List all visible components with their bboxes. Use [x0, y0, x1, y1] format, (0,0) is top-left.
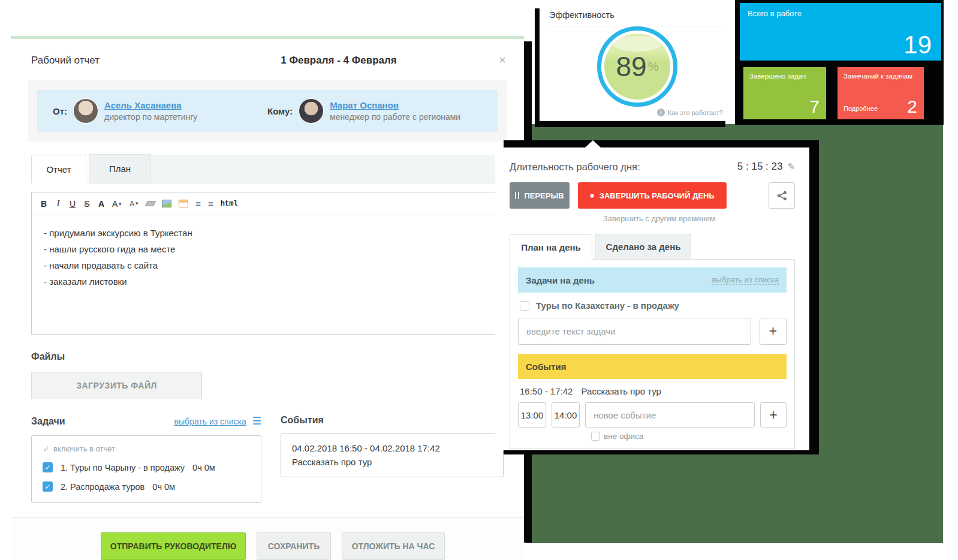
out-of-office-checkbox[interactable]: [591, 432, 600, 441]
edit-time-icon[interactable]: ✎: [787, 161, 795, 172]
efficiency-percent-sign: %: [648, 60, 659, 74]
event-start-time-input[interactable]: [518, 402, 546, 427]
task-time: 0ч 0м: [152, 482, 175, 492]
sender-avatar[interactable]: [73, 98, 98, 124]
day-tasks-heading: Задачи на день: [526, 275, 595, 285]
task-label: 1. Туры по Чарыну - в продажу: [61, 463, 185, 472]
events-heading: События: [281, 415, 504, 426]
new-event-input[interactable]: [585, 402, 755, 427]
insert-image-icon[interactable]: [162, 200, 171, 207]
include-in-report-label: включить в отчет: [53, 444, 115, 453]
postpone-hour-button[interactable]: ОТЛОЖИТЬ НА ЧАС: [342, 532, 445, 560]
efficiency-title: Эффективность: [549, 10, 721, 26]
efficiency-card: Эффективность 89 % i Как это работает?: [540, 2, 730, 121]
font-family-icon[interactable]: A: [98, 199, 105, 209]
tab-plan[interactable]: План: [89, 154, 151, 183]
finish-workday-button[interactable]: ■ ЗАВЕРШИТЬ РАБОЧИЙ ДЕНЬ: [578, 182, 727, 209]
from-to-block: От: Асель Хасанаева директор по мартетин…: [28, 80, 507, 141]
tabs-filler: [151, 155, 504, 183]
tile-label: Завершено задач: [743, 67, 826, 80]
recipient-name-link[interactable]: Марат Оспанов: [330, 100, 460, 110]
day-tasks-choose-link[interactable]: выбрать из списка: [712, 275, 779, 285]
sender-name-link[interactable]: Асель Хасанаева: [104, 100, 197, 110]
include-arrow-icon: ↲: [43, 444, 49, 453]
tile-task-remarks[interactable]: Замечаний к задачам Подробнее 2: [838, 67, 924, 119]
day-plan-box: Задачи на день выбрать из списка Туры по…: [510, 259, 795, 449]
event-datetime: 04.02.2018 16:50 - 04.02.2018 17:42: [292, 441, 492, 455]
efficiency-gauge: 89 %: [597, 26, 677, 107]
report-date-range: 1 Февраля - 4 Февраля: [187, 55, 490, 67]
from-label: От:: [53, 106, 67, 116]
report-title: Рабочий отчет: [31, 55, 187, 67]
close-icon[interactable]: ×: [490, 53, 506, 67]
html-mode-button[interactable]: html: [221, 200, 238, 208]
menu-icon[interactable]: ☰: [252, 415, 261, 427]
recipient-block: Кому: Марат Оспанов менеджер по работе с…: [267, 98, 482, 124]
new-task-input[interactable]: [518, 318, 751, 345]
sender-block: От: Асель Хасанаева директор по мартетин…: [53, 98, 267, 124]
font-size-icon[interactable]: A▼: [112, 199, 122, 209]
tile-label: Замечаний к задачам: [838, 67, 924, 80]
duration-label: Длительность рабочего дня:: [510, 161, 737, 173]
work-report-modal: Рабочий отчет 1 Февраля - 4 Февраля × От…: [11, 36, 524, 537]
italic-icon[interactable]: I: [55, 199, 62, 209]
upload-file-button[interactable]: ЗАГРУЗИТЬ ФАЙЛ: [31, 372, 202, 399]
events-section: События 04.02.2018 16:50 - 04.02.2018 17…: [281, 415, 504, 503]
bullet-list-icon[interactable]: ≡: [208, 198, 213, 209]
event-item[interactable]: 04.02.2018 16:50 - 04.02.2018 17:42 Расс…: [281, 433, 504, 477]
finish-other-time-link[interactable]: Завершить с другим временем: [603, 214, 795, 223]
day-task-row: Туры по Казахстану - в продажу: [520, 300, 787, 311]
underline-icon[interactable]: U: [69, 199, 76, 209]
day-tabs: План на день Сделано за день: [510, 234, 795, 259]
day-task-label: Туры по Казахстану - в продажу: [536, 300, 679, 311]
report-line: - придумали экскурсию в Туркестан: [44, 225, 491, 241]
break-button[interactable]: ПЕРЕРЫВ: [510, 182, 570, 209]
tile-value: 2: [907, 97, 917, 117]
day-event-time: 16:50 - 17:42: [520, 386, 573, 396]
recipient-role: менеджер по работе с регионами: [330, 112, 460, 122]
report-text-area[interactable]: - придумали экскурсию в Туркестан - нашл…: [32, 215, 503, 334]
pause-icon: [515, 192, 519, 199]
how-it-works-link[interactable]: i Как это работает?: [657, 109, 723, 116]
task-label: 2. Распродажа туров: [61, 482, 144, 492]
share-button[interactable]: [769, 182, 795, 209]
ordered-list-icon[interactable]: ≡: [195, 198, 201, 209]
sender-role: директор по мартетингу: [104, 112, 197, 122]
duration-timer: 5 : 15 : 23: [737, 161, 783, 173]
save-button[interactable]: СОХРАНИТЬ: [257, 532, 331, 560]
tile-label: Всего в работе: [740, 3, 941, 18]
font-color-icon[interactable]: A▼: [129, 200, 139, 208]
add-event-button[interactable]: +: [760, 402, 787, 427]
report-footer: ОТПРАВИТЬ РУКОВОДИТЕЛЮ СОХРАНИТЬ ОТЛОЖИТ…: [11, 517, 524, 560]
event-end-time-input[interactable]: [552, 402, 580, 427]
recipient-avatar[interactable]: [299, 98, 324, 124]
tab-plan-for-day[interactable]: План на день: [510, 234, 592, 260]
insert-table-icon[interactable]: [179, 200, 188, 207]
details-link[interactable]: Подробнее: [843, 105, 878, 112]
tile-tasks-done[interactable]: Завершено задач 7: [743, 67, 826, 119]
tab-done-for-day[interactable]: Сделано за день: [595, 234, 691, 259]
task-time: 0ч 0м: [192, 463, 215, 472]
report-line: - нашли русского гида на месте: [44, 241, 491, 257]
day-events-heading: События: [526, 362, 566, 372]
send-to-manager-button[interactable]: ОТПРАВИТЬ РУКОВОДИТЕЛЮ: [101, 532, 246, 560]
share-icon: [777, 191, 787, 201]
screen: Рабочий отчет 1 Февраля - 4 Февраля × От…: [0, 0, 958, 560]
tab-report[interactable]: Отчет: [31, 155, 86, 183]
tile-total-in-progress[interactable]: Всего в работе 19: [740, 3, 941, 61]
day-event-title: Рассказать про тур: [582, 386, 661, 396]
tasks-choose-from-list-link[interactable]: выбрать из списка: [174, 417, 246, 426]
add-task-button[interactable]: +: [760, 318, 787, 345]
efficiency-value: 89: [616, 50, 647, 83]
bold-icon[interactable]: B: [40, 199, 47, 209]
report-tabs: Отчет План: [31, 155, 504, 183]
out-of-office-label: вне офиса: [604, 432, 643, 441]
day-task-checkbox[interactable]: [520, 301, 529, 311]
workday-popup: Длительность рабочего дня: 5 : 15 : 23 ✎…: [495, 147, 809, 450]
task-checkbox-checked[interactable]: ✓: [43, 481, 53, 492]
clear-format-icon[interactable]: [145, 201, 156, 206]
to-label: Кому:: [267, 106, 293, 116]
tasks-heading: Задачи: [31, 416, 174, 427]
task-checkbox-checked[interactable]: ✓: [43, 462, 53, 472]
strikethrough-icon[interactable]: S: [83, 199, 91, 209]
